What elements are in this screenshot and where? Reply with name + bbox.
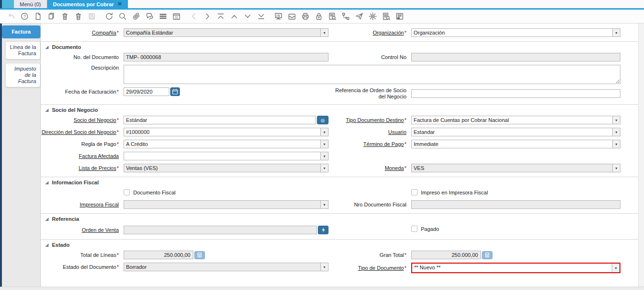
descripcion-textarea[interactable] <box>124 65 620 84</box>
calculator-icon[interactable] <box>482 251 492 259</box>
lista-precios-select[interactable]: Ventas (VES)▾ <box>124 164 328 172</box>
delete-selection-icon[interactable] <box>72 11 84 22</box>
print-icon[interactable] <box>299 11 311 22</box>
estado-documento-select[interactable]: Borrador▾ <box>124 263 328 271</box>
archive-icon[interactable] <box>286 11 298 22</box>
regla-pago-label: Regla de Pago* <box>41 141 124 147</box>
tab-impuesto-de-la-factura[interactable]: Impuesto de la Factura <box>5 63 40 87</box>
tab-menu[interactable]: Menú (0) <box>14 0 47 8</box>
chevron-down-icon[interactable]: ▾ <box>612 116 620 124</box>
close-icon[interactable]: ✕ <box>118 1 122 7</box>
socio-negocio-input[interactable] <box>124 116 316 124</box>
chevron-down-icon[interactable]: ▾ <box>612 264 619 272</box>
chevron-down-icon[interactable]: ▾ <box>320 164 328 172</box>
pagado-label: Pagado <box>421 226 439 232</box>
request-send-icon[interactable] <box>353 11 365 22</box>
usuario-select[interactable]: Estandar▾ <box>411 128 620 136</box>
undo-icon[interactable] <box>5 11 17 22</box>
organizacion-select[interactable]: Organización▾ <box>411 28 620 37</box>
termino-pago-select[interactable]: Immediate▾ <box>411 140 620 148</box>
chevron-down-icon[interactable]: ▾ <box>320 29 328 36</box>
compania-select[interactable]: Compañía Estándar▾ <box>124 28 328 37</box>
collapse-icon[interactable] <box>45 181 49 184</box>
impresora-fiscal-select[interactable]: ▾ <box>124 200 328 209</box>
tipo-doc-destino-label[interactable]: Tipo Documento Destino* <box>328 117 411 123</box>
socio-negocio-label[interactable]: Socio del Negocio* <box>41 117 124 123</box>
zoom-sales-order-button[interactable] <box>318 226 328 234</box>
factura-afectada-select[interactable]: ▾ <box>124 152 328 160</box>
tab-linea-de-la-factura[interactable]: Línea de la Factura <box>5 41 40 60</box>
up-icon[interactable] <box>228 11 240 22</box>
collapse-icon[interactable] <box>45 218 49 221</box>
chevron-down-icon[interactable]: ▾ <box>612 128 620 136</box>
factura-afectada-label[interactable]: Factura Afectada <box>41 153 124 159</box>
impreso-fiscal-checkbox[interactable] <box>411 189 417 195</box>
help-icon[interactable]: ? <box>18 11 30 22</box>
moneda-select[interactable]: VES▾ <box>411 164 620 172</box>
tab-documentos-por-cobrar[interactable]: Documentos por Cobrar ✕ <box>47 0 128 8</box>
business-partner-info-button[interactable]: ◎ <box>317 116 328 124</box>
pagado-checkbox[interactable] <box>411 226 417 232</box>
direccion-socio-select[interactable]: #1000000▾ <box>124 128 328 136</box>
calculator-icon[interactable] <box>194 251 205 259</box>
chevron-down-icon[interactable]: ▾ <box>320 128 328 136</box>
total-lineas-field: 250.000,00 <box>124 251 193 259</box>
direccion-socio-label[interactable]: Dirección del Socio del Negocio* <box>41 129 124 135</box>
chevron-down-icon[interactable]: ▾ <box>612 29 620 36</box>
parent-record-icon[interactable] <box>215 11 227 22</box>
detail-record-icon[interactable] <box>255 11 267 22</box>
chevron-down-icon[interactable]: ▾ <box>320 140 328 148</box>
down-icon[interactable] <box>241 11 253 22</box>
tipo-documento-label[interactable]: Tipo de Documento* <box>328 265 411 271</box>
print-preview-icon[interactable] <box>393 11 405 22</box>
usuario-label[interactable]: Usuario <box>328 129 411 135</box>
report-icon[interactable] <box>272 11 284 22</box>
chevron-down-icon[interactable]: ▾ <box>612 140 620 148</box>
collapse-icon[interactable] <box>45 46 49 49</box>
delete-record-icon[interactable] <box>59 11 71 22</box>
vertical-scrollbar[interactable] <box>638 24 644 287</box>
lista-precios-label[interactable]: Lista de Precios* <box>41 165 124 171</box>
attachment-icon[interactable] <box>130 11 142 22</box>
grid-toggle-icon[interactable] <box>157 11 169 22</box>
orden-venta-label[interactable]: Orden de Venta <box>41 227 124 233</box>
organizacion-label[interactable]: Organización* <box>328 30 411 36</box>
chat-icon[interactable] <box>143 11 155 22</box>
settings-gear-icon[interactable] <box>366 11 379 22</box>
documento-fiscal-label: Documento Fiscal <box>133 190 176 195</box>
impresora-fiscal-label[interactable]: Impresora Fiscal <box>41 202 124 208</box>
fecha-facturacion-input[interactable] <box>124 87 169 96</box>
chevron-down-icon[interactable]: ▾ <box>320 152 328 160</box>
save-icon[interactable] <box>86 11 98 22</box>
tab-menu-label: Menú (0) <box>20 1 41 7</box>
copy-record-icon[interactable] <box>45 11 57 22</box>
moneda-label[interactable]: Moneda* <box>328 165 411 171</box>
lock-icon[interactable] <box>313 11 325 22</box>
chevron-down-icon[interactable]: ▾ <box>612 164 620 172</box>
impreso-fiscal-label: Impreso en Impresora Fiscal <box>421 190 488 195</box>
find-icon[interactable] <box>116 11 128 22</box>
find-report-icon[interactable] <box>380 11 392 22</box>
previous-record-icon[interactable] <box>188 11 200 22</box>
calendar-picker-button[interactable] <box>170 87 180 96</box>
next-record-icon[interactable] <box>201 11 213 22</box>
compania-label[interactable]: Compañía* <box>41 30 124 36</box>
nro-doc-fiscal-field <box>411 200 620 209</box>
collapse-icon[interactable] <box>45 109 49 112</box>
calendar-icon[interactable]: 31 <box>170 11 182 22</box>
chevron-down-icon[interactable]: ▾ <box>320 263 328 271</box>
tipo-doc-destino-select[interactable]: Factura de Cuentas por Cobrar Nacional▾ <box>411 116 620 124</box>
termino-pago-label[interactable]: Término de Pago* <box>328 141 411 147</box>
collapse-icon[interactable] <box>45 243 49 247</box>
tab-factura[interactable]: Factura <box>2 25 40 38</box>
tipo-documento-select[interactable]: ** Nuevo **▾ <box>412 264 619 272</box>
refresh-icon[interactable] <box>103 11 115 22</box>
new-record-icon[interactable] <box>32 11 44 22</box>
workflow-icon[interactable] <box>340 11 352 22</box>
regla-pago-select[interactable]: A Crédito▾ <box>124 140 328 148</box>
record-info-icon[interactable] <box>326 11 338 22</box>
referencia-orden-input[interactable] <box>411 89 620 98</box>
chevron-down-icon[interactable]: ▾ <box>320 201 328 208</box>
documento-fiscal-checkbox[interactable] <box>124 189 130 195</box>
gran-total-field: 250.000,00 <box>411 251 481 259</box>
